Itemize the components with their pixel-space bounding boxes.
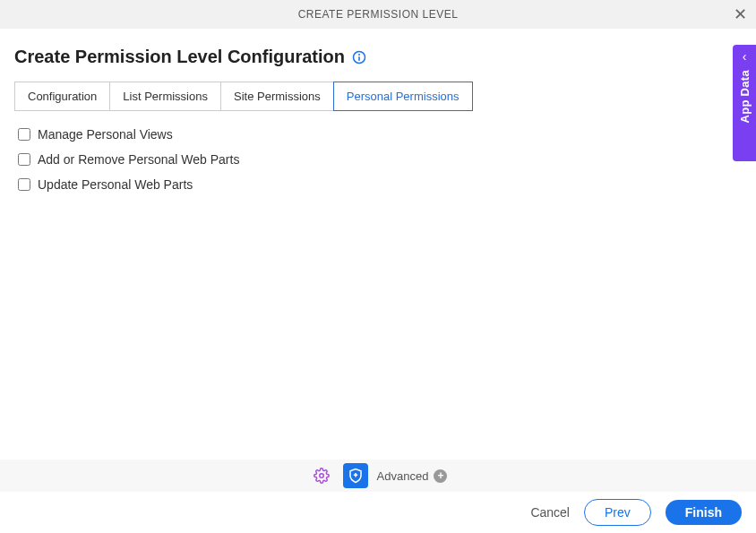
shield-plus-icon[interactable] [343, 463, 368, 488]
checkbox-add-remove-web-parts: Add or Remove Personal Web Parts [18, 152, 742, 167]
tab-site-permissions[interactable]: Site Permissions [220, 82, 334, 111]
heading-row: Create Permission Level Configuration [14, 47, 742, 67]
info-icon[interactable] [352, 50, 366, 64]
tab-personal-permissions[interactable]: Personal Permissions [333, 82, 473, 111]
checkbox-input-manage-personal-views[interactable] [18, 128, 30, 141]
checkbox-manage-personal-views: Manage Personal Views [18, 127, 742, 142]
svg-rect-2 [358, 56, 360, 61]
tab-configuration[interactable]: Configuration [14, 82, 110, 111]
titlebar-title: CREATE PERMISSION LEVEL [298, 8, 459, 21]
advanced-label: Advanced [377, 469, 429, 483]
checkbox-label[interactable]: Manage Personal Views [38, 127, 173, 142]
tab-list-permissions[interactable]: List Permissions [109, 82, 221, 111]
advanced-button[interactable]: Advanced + [377, 469, 448, 483]
finish-button[interactable]: Finish [666, 500, 742, 525]
checkbox-list: Manage Personal Views Add or Remove Pers… [14, 127, 742, 192]
footer: Cancel Prev Finish [0, 492, 756, 533]
checkbox-label[interactable]: Add or Remove Personal Web Parts [38, 152, 239, 167]
svg-point-1 [358, 54, 360, 56]
checkbox-label[interactable]: Update Personal Web Parts [38, 177, 193, 192]
titlebar: CREATE PERMISSION LEVEL ✕ [0, 0, 756, 29]
checkbox-input-update-web-parts[interactable] [18, 178, 30, 191]
main-content: Create Permission Level Configuration Co… [0, 29, 756, 192]
gear-icon[interactable] [309, 463, 334, 488]
cancel-button[interactable]: Cancel [530, 505, 570, 520]
checkbox-input-add-remove-web-parts[interactable] [18, 153, 30, 166]
prev-button[interactable]: Prev [584, 499, 651, 526]
side-tab-label: App Data [738, 70, 752, 123]
page-title: Create Permission Level Configuration [14, 47, 345, 67]
svg-point-3 [319, 474, 323, 478]
chevron-left-icon: ‹ [743, 50, 747, 63]
close-icon[interactable]: ✕ [734, 6, 748, 22]
checkbox-update-web-parts: Update Personal Web Parts [18, 177, 742, 192]
tabs: Configuration List Permissions Site Perm… [14, 82, 742, 111]
bottom-toolbar: Advanced + [0, 460, 756, 492]
plus-circle-icon: + [434, 469, 447, 483]
side-tab-app-data[interactable]: ‹ App Data [733, 45, 756, 161]
